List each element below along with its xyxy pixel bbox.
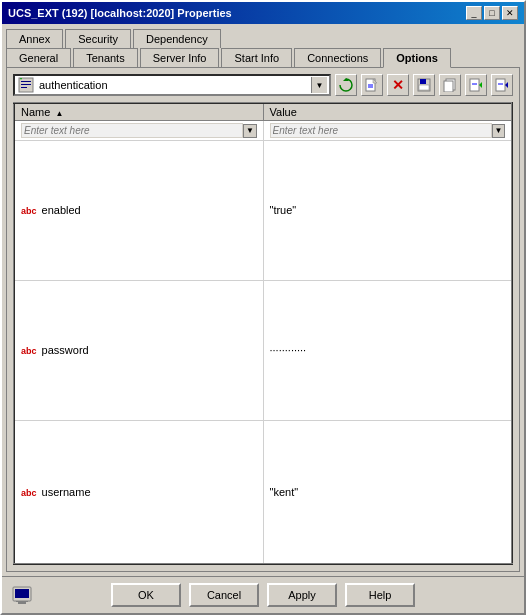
minimize-button[interactable]: _ [466, 6, 482, 20]
cell-name-username: abc username [14, 420, 263, 564]
svg-rect-14 [444, 81, 453, 92]
tab-row-1: Annex Security Dependency [6, 28, 520, 47]
row-type-icon: abc [21, 206, 37, 216]
dropdown-text: authentication [39, 79, 311, 91]
tab-annex[interactable]: Annex [6, 29, 63, 48]
table-row: abc username "kent" [14, 420, 512, 564]
properties-table: Name ▲ Value ▼ [13, 102, 513, 565]
cell-value-enabled: "true" [263, 141, 512, 281]
dropdown-icon [17, 77, 35, 93]
svg-rect-24 [16, 601, 28, 602]
cell-value-username: "kent" [263, 420, 512, 564]
tab-general[interactable]: General [6, 48, 71, 68]
refresh-button[interactable] [335, 74, 357, 96]
window-title: UCS_EXT (192) [localhost:2020] Propertie… [8, 7, 232, 19]
category-dropdown[interactable]: authentication ▼ [13, 74, 331, 96]
tab-security[interactable]: Security [65, 29, 131, 48]
cell-value-password: ············ [263, 280, 512, 420]
svg-rect-12 [419, 85, 429, 90]
tab-dependency[interactable]: Dependency [133, 29, 221, 48]
filter-cell-name: ▼ [14, 121, 263, 141]
tab-options[interactable]: Options [383, 48, 451, 68]
svg-rect-1 [21, 81, 31, 82]
maximize-button[interactable]: □ [484, 6, 500, 20]
row-type-icon: abc [21, 488, 37, 498]
delete-button[interactable]: ✕ [387, 74, 409, 96]
table-row: abc enabled "true" [14, 141, 512, 281]
svg-rect-18 [496, 79, 505, 91]
col-header-value[interactable]: Value [263, 103, 512, 121]
ok-button[interactable]: OK [111, 583, 181, 607]
svg-rect-2 [21, 84, 31, 85]
table-wrapper: Name ▲ Value ▼ [13, 102, 513, 565]
filter-input-name[interactable] [21, 123, 243, 138]
content-area: Annex Security Dependency General Tenant… [2, 24, 524, 576]
row-type-icon: abc [21, 346, 37, 356]
bottom-bar: OK Cancel Apply Help [2, 576, 524, 613]
save-button[interactable] [413, 74, 435, 96]
svg-rect-3 [21, 87, 27, 88]
tab-start-info[interactable]: Start Info [221, 48, 292, 68]
title-bar: UCS_EXT (192) [localhost:2020] Propertie… [2, 2, 524, 24]
status-icon [12, 585, 32, 607]
col-header-name[interactable]: Name ▲ [14, 103, 263, 121]
table-body: abc enabled "true" abc password [14, 141, 512, 565]
new-button[interactable] [361, 74, 383, 96]
tab-connections[interactable]: Connections [294, 48, 381, 68]
close-button[interactable]: ✕ [502, 6, 518, 20]
filter-input-value[interactable] [270, 123, 492, 138]
table-row: abc password ············ [14, 280, 512, 420]
svg-rect-15 [470, 79, 479, 91]
filter-row: ▼ ▼ [14, 121, 512, 141]
help-button[interactable]: Help [345, 583, 415, 607]
main-window: UCS_EXT (192) [localhost:2020] Propertie… [0, 0, 526, 615]
export-button[interactable] [491, 74, 513, 96]
tab-row-2: General Tenants Server Info Start Info C… [6, 47, 520, 67]
filter-btn-value[interactable]: ▼ [492, 124, 505, 138]
cell-name-enabled: abc enabled [14, 141, 263, 281]
apply-button[interactable]: Apply [267, 583, 337, 607]
filter-btn-name[interactable]: ▼ [243, 124, 256, 138]
title-controls: _ □ ✕ [466, 6, 518, 20]
svg-rect-11 [420, 79, 426, 84]
cancel-button[interactable]: Cancel [189, 583, 259, 607]
dropdown-arrow-button[interactable]: ▼ [311, 77, 327, 93]
tab-panel: authentication ▼ [6, 67, 520, 572]
tab-tenants[interactable]: Tenants [73, 48, 138, 68]
svg-rect-23 [18, 602, 26, 604]
copy-button[interactable] [439, 74, 461, 96]
cell-name-password: abc password [14, 280, 263, 420]
filter-cell-value: ▼ [263, 121, 512, 141]
dropdown-row: authentication ▼ [13, 74, 513, 96]
tab-server-info[interactable]: Server Info [140, 48, 220, 68]
svg-rect-22 [15, 589, 29, 598]
import-button[interactable] [465, 74, 487, 96]
table-header-row: Name ▲ Value [14, 103, 512, 121]
sort-icon-name: ▲ [55, 109, 63, 118]
